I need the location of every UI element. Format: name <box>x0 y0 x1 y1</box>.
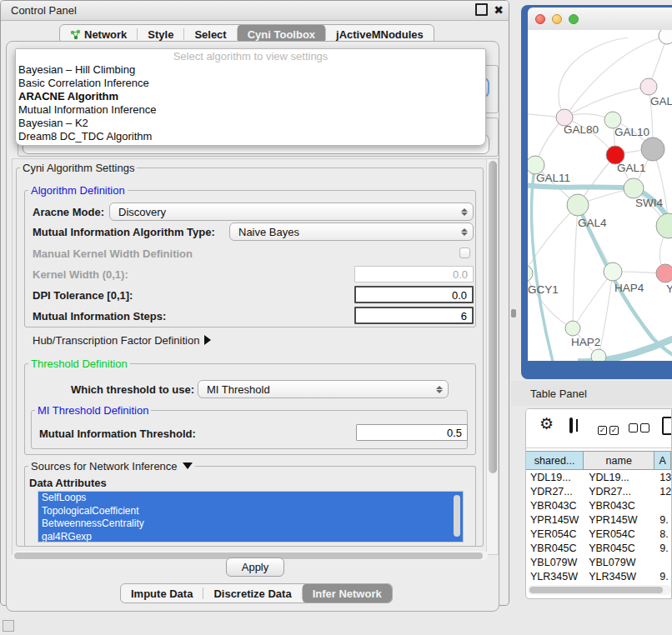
close-icon[interactable]: ✖ <box>494 4 504 16</box>
mi-steps-label: Mutual Information Steps: <box>33 310 166 322</box>
network-node-label: HAP4 <box>614 282 644 294</box>
column-header[interactable]: shared... <box>526 452 584 469</box>
network-glyph-icon <box>70 29 81 40</box>
tab-infer-network[interactable]: Infer Network <box>303 584 392 602</box>
network-node-hap2[interactable] <box>565 321 580 336</box>
tab-label: Cyni Toolbox <box>248 28 315 41</box>
settings-vertical-scrollbar[interactable] <box>486 159 498 554</box>
deselect-all-checks-icon[interactable] <box>629 422 652 435</box>
table-row[interactable]: YBL079WYBL079W <box>526 555 671 569</box>
tab-label: Select <box>194 28 226 41</box>
minimize-traffic-light[interactable] <box>552 14 562 24</box>
docked-panel-chip[interactable] <box>3 620 14 632</box>
column-header[interactable]: name <box>584 452 654 469</box>
mi-threshold-field[interactable]: 0.5 <box>356 424 468 441</box>
split-columns-icon[interactable] <box>569 418 573 433</box>
table-settings-gear-icon[interactable]: ⚙ <box>539 415 554 433</box>
data-attributes-list[interactable]: SelfLoopsTopologicalCoefficientBetweenne… <box>38 491 464 542</box>
float-window-icon[interactable] <box>475 3 488 16</box>
dropdown-item[interactable]: ARACNE Algorithm <box>16 90 485 103</box>
mi-type-value: Naive Bayes <box>230 226 459 238</box>
table-cell: YBL079W <box>526 555 584 569</box>
network-node-gal1[interactable] <box>624 178 644 198</box>
table-cell: YLR345W <box>526 569 584 583</box>
network-node-gal[interactable] <box>640 78 657 95</box>
table-cell: YBR045C <box>526 541 584 555</box>
table-scrollbar-thumb[interactable] <box>529 587 663 593</box>
apply-button[interactable]: Apply <box>226 558 284 577</box>
hub-section-toggle[interactable]: Hub/Transcription Factor Definition <box>33 334 211 347</box>
network-node-hap4[interactable] <box>604 262 622 281</box>
table-cell <box>654 555 671 569</box>
table-body: YDL19...YDL19...13YDR27...YDR27...12YBR0… <box>526 470 671 596</box>
attribute-list-item[interactable]: TopologicalCoefficient <box>38 505 463 518</box>
network-node-gal4[interactable] <box>567 194 589 216</box>
dropdown-item[interactable]: Basic Correlation Inference <box>16 77 485 90</box>
table-row[interactable]: YER054CYER054C8. <box>526 527 671 541</box>
dropdown-item[interactable]: Dream8 DC_TDC Algorithm <box>16 130 485 143</box>
tab-label: Style <box>148 28 173 41</box>
dropdown-item[interactable]: Mutual Information Inference <box>16 103 485 117</box>
table-cell: 12 <box>654 484 671 498</box>
algorithm-dropdown-list: Select algorithm to view settings Bayesi… <box>15 48 486 146</box>
attribute-list-item[interactable]: BetweennessCentrality <box>38 518 463 531</box>
tab-label: Infer Network <box>313 588 382 600</box>
table-row[interactable]: YDR27...YDR27...12 <box>526 484 671 498</box>
new-table-document-icon[interactable] <box>662 417 672 435</box>
column-header[interactable]: A <box>654 452 671 469</box>
manual-kernel-checkbox[interactable] <box>459 248 470 258</box>
network-node-y[interactable] <box>656 264 672 282</box>
dropdown-item[interactable]: Bayesian – Hill Climbing <box>16 63 485 77</box>
kernel-width-label: Kernel Width (0,1): <box>33 268 128 281</box>
mi-type-combobox[interactable]: Naive Bayes <box>229 222 474 241</box>
tab-discretize-data[interactable]: Discretize Data <box>203 584 301 602</box>
vertical-scrollbar-thumb[interactable] <box>489 161 497 473</box>
control-panel-window: Control Panel ✖ NetworkStyleSelectCyni T… <box>0 0 509 606</box>
mi-steps-field[interactable]: 6 <box>354 307 474 324</box>
panel-splitter-handle[interactable] <box>511 309 516 318</box>
table-horizontal-scrollbar[interactable] <box>528 585 671 595</box>
select-all-checks-icon[interactable]: ✓✓ <box>598 422 621 435</box>
screen: Control Panel ✖ NetworkStyleSelectCyni T… <box>0 0 672 635</box>
list-scrollbar-thumb[interactable] <box>454 495 460 537</box>
tab-impute-data[interactable]: Impute Data <box>121 584 203 602</box>
table-cell: 9. <box>654 569 671 583</box>
network-edge <box>559 38 628 118</box>
table-row[interactable]: YPR145WYPR145W9. <box>526 512 671 527</box>
zoom-traffic-light[interactable] <box>569 14 579 24</box>
network-node-label: GCY1 <box>528 283 559 296</box>
table-cell: 9. <box>654 512 671 527</box>
dpi-tolerance-field[interactable]: 0.0 <box>354 286 474 303</box>
bottom-tabstrip: Impute DataDiscretize DataInfer Network <box>120 583 393 603</box>
which-threshold-value: MI Threshold <box>198 383 434 396</box>
network-node-label: GAL1 <box>617 162 646 174</box>
table-cell: YPR145W <box>584 512 654 527</box>
network-node-swi4[interactable] <box>656 213 672 238</box>
table-row[interactable]: YDL19...YDL19...13 <box>526 470 671 484</box>
network-node[interactable] <box>659 30 672 44</box>
table-row[interactable]: YBR043CYBR043C <box>526 498 671 512</box>
tab-label: Network <box>84 28 127 41</box>
close-traffic-light[interactable] <box>535 14 545 24</box>
network-node-gcy1[interactable] <box>528 265 533 282</box>
network-edge <box>573 272 613 328</box>
network-node[interactable] <box>591 349 606 361</box>
table-cell: YBR043C <box>526 498 584 512</box>
aracne-mode-combobox[interactable]: Discovery <box>109 202 474 221</box>
mi-type-label: Mutual Information Algorithm Type: <box>33 226 215 238</box>
network-canvas[interactable]: GALGAL80GAL10GAL11GAL1GAL4SWI4GCY1HAP4YH… <box>528 30 672 361</box>
sources-title[interactable]: Sources for Network Inference <box>28 460 195 472</box>
network-node[interactable] <box>641 138 664 161</box>
table-cell: YDR27... <box>584 484 654 498</box>
table-row[interactable]: YLR345WYLR345W9. <box>526 569 671 583</box>
attribute-list-item[interactable]: SelfLoops <box>38 492 463 505</box>
mi-threshold-title: MI Threshold Definition <box>35 404 151 417</box>
which-threshold-combobox[interactable]: MI Threshold <box>198 380 449 398</box>
control-panel-titlebar[interactable]: Control Panel ✖ <box>1 1 509 21</box>
network-node-label: Y <box>666 282 672 295</box>
attribute-list-item[interactable]: gal4RGexp <box>38 531 463 543</box>
network-window-titlebar[interactable] <box>528 8 672 30</box>
dropdown-item[interactable]: Bayesian – K2 <box>16 117 485 130</box>
table-row[interactable]: YBR045CYBR045C9. <box>526 541 671 555</box>
kernel-width-field[interactable]: 0.0 <box>354 266 474 282</box>
